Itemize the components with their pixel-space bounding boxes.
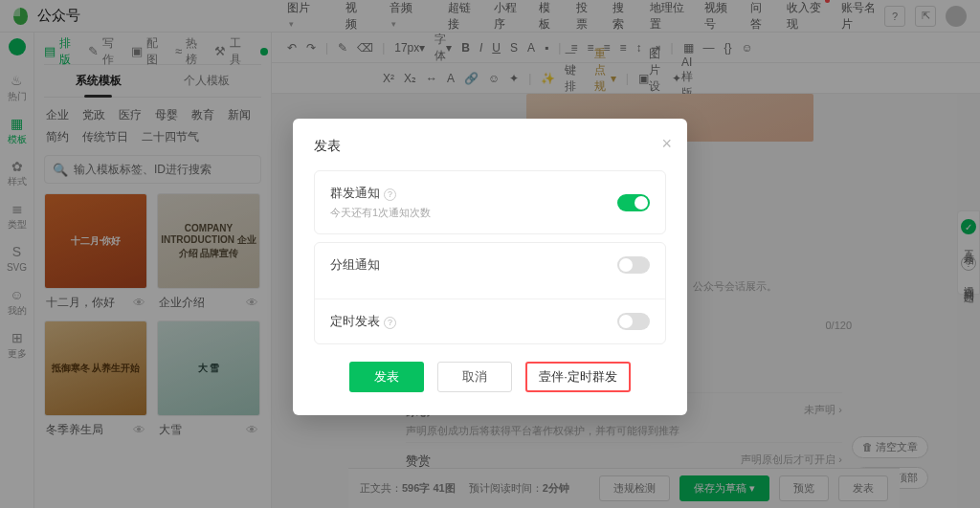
publish-confirm-button[interactable]: 发表 <box>349 362 424 392</box>
yiban-schedule-button[interactable]: 壹伴·定时群发 <box>525 362 631 392</box>
schedule-row: 定时发表? <box>315 298 665 343</box>
broadcast-notify-row: 群发通知? 今天还有1次通知次数 <box>314 170 666 234</box>
group-notify-row: 分组通知 <box>315 243 665 287</box>
modal-title: 发表 <box>314 138 666 155</box>
schedule-label: 定时发表? <box>330 313 396 330</box>
close-icon[interactable]: × <box>661 134 672 154</box>
help-icon[interactable]: ? <box>384 188 396 201</box>
modal-buttons: 发表 取消 壹伴·定时群发 <box>314 362 666 392</box>
group-label: 分组通知 <box>330 256 380 274</box>
broadcast-toggle[interactable] <box>617 194 650 211</box>
broadcast-sub: 今天还有1次通知次数 <box>330 206 431 220</box>
schedule-toggle[interactable] <box>617 313 650 330</box>
publish-modal: 发表 × 群发通知? 今天还有1次通知次数 分组通知 定时发表? 发表 取消 壹… <box>293 119 687 415</box>
broadcast-label: 群发通知? <box>330 185 431 202</box>
options-box: 分组通知 定时发表? <box>314 242 666 344</box>
group-toggle[interactable] <box>617 256 650 274</box>
cancel-button[interactable]: 取消 <box>437 362 512 392</box>
help-icon[interactable]: ? <box>384 317 396 329</box>
